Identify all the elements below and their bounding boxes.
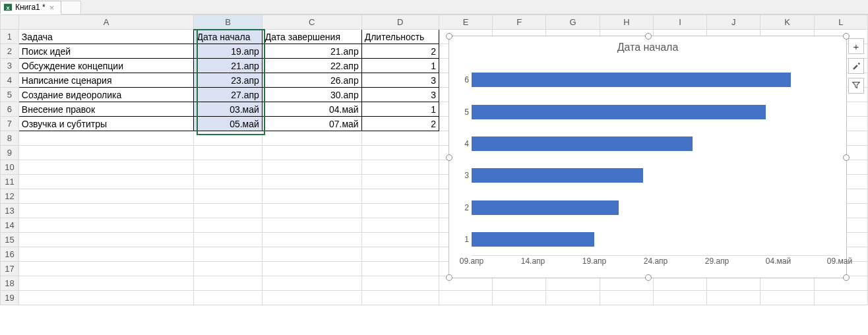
column-header-J[interactable]: J [707, 15, 760, 30]
column-header-B[interactable]: B [194, 15, 262, 30]
row-header-10[interactable]: 10 [1, 160, 19, 175]
cell[interactable]: Озвучка и субтитры [18, 117, 194, 131]
cell[interactable] [361, 247, 439, 262]
cell[interactable]: 21.апр [194, 59, 262, 73]
column-header-I[interactable]: I [654, 15, 707, 30]
cell[interactable] [194, 160, 262, 175]
cell[interactable] [262, 204, 361, 218]
cell[interactable]: Поиск идей [18, 44, 194, 59]
cell[interactable] [194, 233, 262, 247]
cell[interactable] [18, 291, 194, 305]
cell[interactable] [262, 131, 361, 146]
cell[interactable] [262, 262, 361, 276]
chart-bar[interactable] [472, 168, 643, 183]
workbook-tab[interactable]: X Книга1 * × [0, 1, 61, 15]
cell[interactable] [18, 247, 194, 262]
cell[interactable]: 04.май [262, 102, 361, 117]
cell[interactable] [194, 189, 262, 204]
cell[interactable] [18, 276, 194, 291]
row-header-13[interactable]: 13 [1, 204, 19, 218]
row-header-4[interactable]: 4 [1, 73, 19, 88]
cell[interactable]: Длительность [361, 30, 439, 44]
cell[interactable]: Дата начала [194, 30, 262, 44]
cell[interactable]: 23.апр [194, 73, 262, 88]
cell[interactable] [18, 131, 194, 146]
row-header-2[interactable]: 2 [1, 44, 19, 59]
cell[interactable] [361, 175, 439, 189]
close-icon[interactable]: × [48, 3, 56, 12]
cell[interactable] [18, 175, 194, 189]
cell[interactable] [18, 160, 194, 175]
column-header-A[interactable]: A [18, 15, 194, 30]
row-header-17[interactable]: 17 [1, 262, 19, 276]
cell[interactable]: 26.апр [262, 73, 361, 88]
cell[interactable]: 21.апр [262, 44, 361, 59]
cell[interactable] [18, 233, 194, 247]
column-header-F[interactable]: F [493, 15, 546, 30]
cell[interactable] [18, 189, 194, 204]
column-header-E[interactable]: E [439, 15, 492, 30]
cell[interactable]: 19.апр [194, 44, 262, 59]
row-header-12[interactable]: 12 [1, 189, 19, 204]
cell[interactable]: 2 [361, 44, 439, 59]
cell[interactable]: 07.май [262, 117, 361, 131]
cell[interactable] [194, 218, 262, 233]
column-header-C[interactable]: C [262, 15, 361, 30]
cell[interactable] [194, 131, 262, 146]
cell[interactable] [262, 160, 361, 175]
cell[interactable] [262, 276, 361, 291]
chart-bar[interactable] [472, 232, 594, 247]
cell[interactable]: 3 [361, 88, 439, 102]
cell[interactable] [361, 160, 439, 175]
cell[interactable] [707, 291, 760, 305]
chart-handle-n[interactable] [645, 33, 652, 40]
cell[interactable] [262, 175, 361, 189]
chart-handle-e[interactable] [843, 154, 850, 161]
chart-handle-nw[interactable] [446, 33, 452, 40]
row-header-9[interactable]: 9 [1, 146, 19, 160]
cell[interactable] [194, 175, 262, 189]
chart-bar[interactable] [472, 200, 619, 215]
chart-bar[interactable] [472, 137, 693, 151]
cell[interactable] [18, 218, 194, 233]
cell[interactable]: Создание видеоролика [18, 88, 194, 102]
chart-handle-se[interactable] [843, 274, 850, 281]
cell[interactable] [361, 291, 439, 305]
cell[interactable]: 05.май [194, 117, 262, 131]
cell[interactable]: 03.май [194, 102, 262, 117]
chart-x-axis[interactable]: 09.апр14.апр19.апр24.апр29.апр04.май09.м… [472, 257, 840, 270]
row-header-15[interactable]: 15 [1, 233, 19, 247]
cell[interactable]: 2 [361, 117, 439, 131]
chart-bar[interactable] [472, 105, 766, 119]
cell[interactable] [194, 276, 262, 291]
column-header-D[interactable]: D [361, 15, 439, 30]
cell[interactable] [18, 204, 194, 218]
cell[interactable] [194, 204, 262, 218]
new-sheet-tab[interactable] [61, 1, 81, 15]
column-header-L[interactable]: L [814, 15, 867, 30]
chart-elements-button[interactable]: + [848, 38, 864, 54]
cell[interactable] [600, 291, 653, 305]
row-header-18[interactable]: 18 [1, 276, 19, 291]
row-header-5[interactable]: 5 [1, 88, 19, 102]
row-header-14[interactable]: 14 [1, 218, 19, 233]
cell[interactable] [361, 131, 439, 146]
select-all-corner[interactable] [1, 15, 19, 30]
cell[interactable] [194, 146, 262, 160]
cell[interactable]: Задача [18, 30, 194, 44]
cell[interactable]: 3 [361, 73, 439, 88]
cell[interactable] [654, 291, 707, 305]
row-header-3[interactable]: 3 [1, 59, 19, 73]
cell[interactable] [262, 218, 361, 233]
cell[interactable] [262, 247, 361, 262]
row-header-6[interactable]: 6 [1, 102, 19, 117]
row-header-16[interactable]: 16 [1, 247, 19, 262]
cell[interactable] [361, 218, 439, 233]
cell[interactable] [546, 291, 600, 305]
column-header-G[interactable]: G [546, 15, 600, 30]
cell[interactable]: Написание сценария [18, 73, 194, 88]
cell[interactable] [361, 204, 439, 218]
cell[interactable] [262, 189, 361, 204]
chart-handle-s[interactable] [645, 274, 652, 281]
row-header-1[interactable]: 1 [1, 30, 19, 44]
